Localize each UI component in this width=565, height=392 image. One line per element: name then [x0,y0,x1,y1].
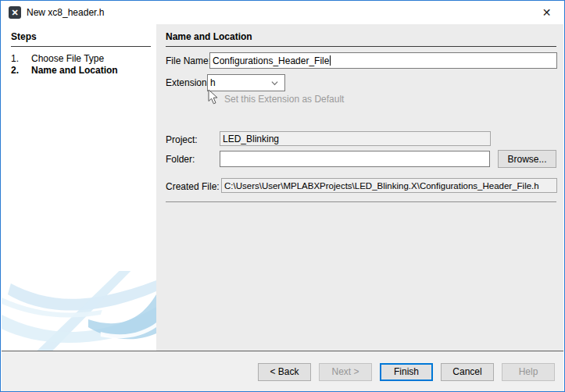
set-extension-default-link[interactable]: Set this Extension as Default [224,94,344,105]
steps-list: 1. Choose File Type 2. Name and Location [11,53,152,77]
window-title: New xc8_header.h [27,7,104,18]
mplabx-app-icon: ✕ [9,6,21,19]
step-label: Name and Location [31,65,118,77]
created-file-label: Created File: [166,181,220,192]
extension-value: h [210,77,216,88]
step-label: Choose File Type [31,53,104,65]
finish-button[interactable]: Finish [380,363,433,381]
project-field: LED_Blinking [220,131,491,146]
name-and-location-panel: Name and Location File Name: Configurati… [156,24,563,351]
extension-label: Extension: [166,77,209,88]
button-bar: < Back Next > Finish Cancel Help [2,351,563,392]
close-icon[interactable]: ✕ [529,2,564,24]
extension-select[interactable]: h [207,74,285,91]
back-button[interactable]: < Back [258,363,311,381]
cancel-button[interactable]: Cancel [441,363,494,381]
dialog-content: Steps 1. Choose File Type 2. Name and Lo… [2,24,563,351]
created-file-value: C:\Users\User\MPLABXProjects\LED_Blinkin… [224,181,539,191]
file-name-input[interactable]: Configurations_Header_File [209,52,557,69]
wizard-dialog: ✕ New xc8_header.h ✕ Steps 1. Choose Fil… [0,0,565,392]
step-number: 2. [11,65,31,77]
text-caret [330,55,331,66]
watermark-swoosh-graphic [2,266,156,351]
steps-heading: Steps [11,31,151,47]
browse-button[interactable]: Browse... [498,150,556,168]
folder-label: Folder: [166,154,195,165]
form-separator [166,201,556,202]
panel-title: Name and Location [166,31,556,47]
project-value: LED_Blinking [223,134,279,144]
titlebar: ✕ New xc8_header.h ✕ [1,1,564,24]
chevron-down-icon [271,80,278,87]
next-button[interactable]: Next > [319,363,372,381]
steps-panel: Steps 1. Choose File Type 2. Name and Lo… [2,24,156,351]
step-number: 1. [11,53,31,65]
step-name-and-location: 2. Name and Location [11,65,152,77]
folder-input[interactable] [220,151,490,167]
help-button[interactable]: Help [502,363,555,381]
mouse-pointer-icon [208,89,218,105]
step-choose-file-type: 1. Choose File Type [11,53,152,65]
project-label: Project: [166,134,198,145]
file-name-label: File Name: [166,55,211,66]
file-name-value: Configurations_Header_File [213,55,329,66]
created-file-field: C:\Users\User\MPLABXProjects\LED_Blinkin… [221,178,557,193]
